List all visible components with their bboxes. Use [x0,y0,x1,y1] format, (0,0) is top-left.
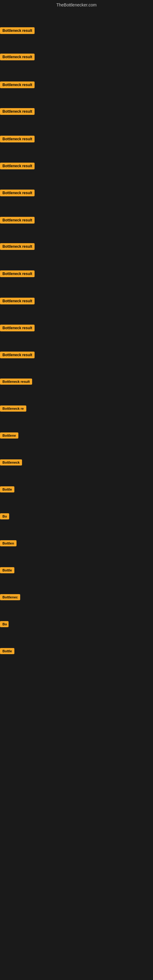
bottleneck-result-16: Bottlene [0,433,18,440]
bottleneck-badge-21: Bottle [0,567,14,573]
bottleneck-result-21: Bottle [0,567,14,574]
bottleneck-result-3: Bottleneck result [0,81,35,89]
bottleneck-badge-6: Bottleneck result [0,162,35,169]
bottleneck-result-7: Bottleneck result [0,189,35,197]
bottleneck-result-20: Bottlen [0,540,16,547]
bottleneck-badge-10: Bottleneck result [0,270,35,277]
bottleneck-badge-16: Bottlene [0,433,18,439]
bottleneck-result-1: Bottleneck result [0,27,35,35]
bottleneck-badge-18: Bottle [0,486,14,492]
bottleneck-result-8: Bottleneck result [0,217,35,225]
bottleneck-badge-24: Bottle [0,648,14,654]
bottleneck-badge-7: Bottleneck result [0,189,35,196]
bottleneck-badge-9: Bottleneck result [0,243,35,250]
bottleneck-badge-11: Bottleneck result [0,298,35,304]
bottleneck-result-17: Bottleneck [0,460,22,467]
bottleneck-result-10: Bottleneck result [0,270,35,278]
bottleneck-badge-3: Bottleneck result [0,81,35,88]
bottleneck-result-13: Bottleneck result [0,352,35,360]
bottleneck-result-2: Bottleneck result [0,54,35,62]
bottleneck-result-19: Bo [0,513,9,520]
bottleneck-badge-23: Bo [0,621,9,627]
bottleneck-result-4: Bottleneck result [0,108,35,116]
bottleneck-badge-15: Bottleneck re [0,406,26,412]
bottleneck-badge-2: Bottleneck result [0,54,35,60]
bottleneck-badge-1: Bottleneck result [0,27,35,34]
bottleneck-result-15: Bottleneck re [0,406,26,413]
bottleneck-badge-17: Bottleneck [0,460,22,466]
bottleneck-result-22: Bottlenec [0,594,20,601]
bottleneck-badge-20: Bottlen [0,540,16,546]
bottleneck-result-23: Bo [0,621,9,628]
bottleneck-badge-4: Bottleneck result [0,108,35,115]
bottleneck-badge-19: Bo [0,513,9,519]
bottleneck-result-6: Bottleneck result [0,162,35,170]
bottleneck-result-14: Bottleneck result [0,379,32,386]
bottleneck-badge-22: Bottlenec [0,594,20,600]
bottleneck-result-11: Bottleneck result [0,298,35,305]
bottleneck-badge-13: Bottleneck result [0,352,35,358]
bottleneck-result-5: Bottleneck result [0,136,35,144]
bottleneck-badge-5: Bottleneck result [0,136,35,142]
bottleneck-badge-14: Bottleneck result [0,379,32,385]
bottleneck-result-9: Bottleneck result [0,243,35,251]
bottleneck-badge-8: Bottleneck result [0,217,35,224]
site-title: TheBottlenecker.com [0,0,153,10]
bottleneck-result-24: Bottle [0,648,14,655]
bottleneck-badge-12: Bottleneck result [0,325,35,331]
bottleneck-result-18: Bottle [0,486,14,494]
bottleneck-result-12: Bottleneck result [0,325,35,332]
